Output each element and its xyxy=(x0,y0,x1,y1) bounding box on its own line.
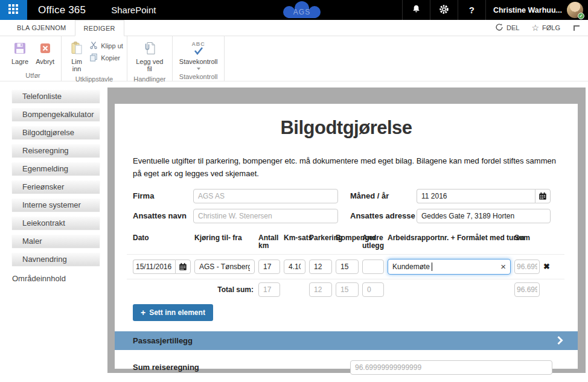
bompenger-input[interactable] xyxy=(336,259,359,274)
sidebar-item-egenmelding[interactable]: Egenmelding xyxy=(12,162,100,175)
km-sats-input[interactable] xyxy=(284,259,305,274)
follow-button[interactable]: ☆ FØLG xyxy=(531,24,560,31)
share-sync-icon xyxy=(495,23,503,33)
sidebar-item-ferieonsker[interactable]: Ferieønsker xyxy=(12,180,100,193)
share-button[interactable]: DEL xyxy=(495,23,519,33)
form-panel: Bilgodtgjørelse Eventuelle utgifter til … xyxy=(115,104,578,369)
ags-cloud-logo: AGS xyxy=(275,1,330,20)
star-icon: ☆ xyxy=(531,25,539,31)
ribbon-group-utklippstavle: Lim inn Klipp ut xyxy=(62,36,127,81)
sum-reiseregning-input[interactable] xyxy=(350,360,552,375)
total-antall-km[interactable] xyxy=(258,282,280,297)
spellcheck-abc-icon: ABC xyxy=(191,40,205,56)
total-bompenger[interactable] xyxy=(336,282,359,297)
user-menu[interactable]: Christine Warhuu... ✓ xyxy=(485,0,588,20)
firma-input[interactable] xyxy=(193,189,338,203)
settings-button[interactable] xyxy=(430,0,458,20)
maned-ar-group xyxy=(417,189,551,203)
clear-input-icon[interactable]: × xyxy=(500,263,506,270)
cut-button[interactable]: Klipp ut xyxy=(89,41,123,51)
top-suite-bar: Office 365 SharePoint AGS xyxy=(0,0,588,20)
insert-element-button[interactable]: + Sett inn element xyxy=(133,304,213,321)
antall-km-input[interactable] xyxy=(258,259,280,274)
maned-ar-label: Måned / år xyxy=(350,191,417,200)
tab-rediger[interactable]: REDIGER xyxy=(75,20,124,36)
tab-bla-gjennom[interactable]: BLA GJENNOM xyxy=(8,20,75,36)
col-arbeidsrapport: Arbeidsrapportnr. + Formålet med turen xyxy=(388,234,511,242)
delete-row-icon[interactable]: ✖ xyxy=(543,262,552,271)
total-parkering[interactable] xyxy=(309,282,332,297)
sidebar-link-omradeinnhold[interactable]: Områdeinnhold xyxy=(12,274,107,283)
spellcheck-button[interactable]: ABC Stavekontroll xyxy=(176,39,221,72)
total-sum-label: Total sum: xyxy=(133,285,255,294)
suite-actions: DEL ☆ FØLG xyxy=(495,20,588,36)
ansattes-navn-input[interactable] xyxy=(193,209,338,223)
group-label-utfor: Utfør xyxy=(8,71,57,81)
attach-file-icon xyxy=(143,40,156,56)
sidebar-item-telefonliste[interactable]: Telefonliste xyxy=(12,90,100,103)
notifications-button[interactable] xyxy=(402,0,430,20)
col-antall-km: Antall km xyxy=(258,234,280,250)
col-kjoring: Kjøring til- fra xyxy=(194,234,255,242)
dato-calendar-button[interactable] xyxy=(175,259,191,274)
page-body: Telefonliste Bompengekalkulator Bilgodtg… xyxy=(0,81,588,382)
ribbon: Lagre Avbryt Utfør xyxy=(0,36,588,81)
cancel-x-icon xyxy=(39,40,51,56)
sidebar-item-reiseregning[interactable]: Reiseregning xyxy=(12,144,100,157)
total-sum[interactable] xyxy=(514,282,540,297)
bell-icon xyxy=(412,4,421,16)
sidebar-item-bilgodtgjorelse[interactable]: Bilgodtgjørelse xyxy=(12,126,100,139)
dropdown-caret-icon xyxy=(197,68,200,70)
arbeidsrapport-input[interactable]: Kundemøte × xyxy=(388,259,511,275)
ansattes-adresse-label: Ansattes adresse xyxy=(350,211,417,220)
sidebar-item-leiekontrakt[interactable]: Leiekontrakt xyxy=(12,217,100,229)
ribbon-tab-bar: BLA GJENNOM REDIGER DEL ☆ FØLG xyxy=(0,20,588,36)
passasjertillegg-section-header[interactable]: Passasjertillegg xyxy=(115,331,578,350)
ansattes-navn-label: Ansattes navn xyxy=(133,211,193,220)
ansattes-adresse-input[interactable] xyxy=(417,209,551,223)
ags-logo-text: AGS xyxy=(293,8,310,16)
chevron-right-icon xyxy=(557,336,563,345)
avatar[interactable]: ✓ xyxy=(567,2,583,18)
sidebar-item-navnendring[interactable]: Navnendring xyxy=(12,253,100,266)
sidebar-item-maler[interactable]: Maler xyxy=(12,235,100,247)
plus-icon: + xyxy=(141,310,145,316)
andre-utlegg-input[interactable] xyxy=(362,259,384,274)
calendar-icon xyxy=(179,263,187,271)
webpart-frame: Bilgodtgjørelse Eventuelle utgifter til … xyxy=(107,88,586,373)
kjoring-input[interactable] xyxy=(194,259,255,274)
office-365-brand[interactable]: Office 365 xyxy=(38,4,86,16)
group-label-handlinger: Handlinger xyxy=(131,74,168,84)
maned-ar-calendar-button[interactable] xyxy=(535,189,551,203)
col-km-sats: Km-sats xyxy=(284,234,305,242)
sharepoint-link[interactable]: SharePoint xyxy=(111,5,156,15)
col-bompenger: Bompenger xyxy=(336,234,359,242)
waffle-icon xyxy=(8,4,19,16)
row-sum-input[interactable] xyxy=(514,259,540,274)
left-navigation: Telefonliste Bompengekalkulator Bilgodtg… xyxy=(0,81,107,382)
copy-button[interactable]: Kopier xyxy=(89,53,123,63)
sidebar-item-interne-systemer[interactable]: Interne systemer xyxy=(12,199,100,211)
group-label-stavekontroll: Stavekontroll xyxy=(176,72,221,82)
parkering-input[interactable] xyxy=(309,259,332,274)
ribbon-group-stavekontroll: ABC Stavekontroll Stavekontroll xyxy=(173,36,225,81)
focus-content-icon[interactable] xyxy=(574,25,580,31)
firma-label: Firma xyxy=(133,191,193,200)
save-ribbon-button[interactable]: Lagre xyxy=(8,39,31,67)
attach-file-button[interactable]: Legg ved fil xyxy=(131,39,168,74)
maned-ar-input[interactable] xyxy=(417,189,535,203)
scissors-icon xyxy=(89,41,98,51)
share-label: DEL xyxy=(507,24,519,31)
cancel-ribbon-button[interactable]: Avbryt xyxy=(33,39,57,67)
ribbon-group-handlinger: Legg ved fil Handlinger xyxy=(127,36,173,81)
app-launcher-button[interactable] xyxy=(0,0,27,20)
calendar-icon xyxy=(538,192,547,200)
help-button[interactable]: ? xyxy=(458,0,485,20)
passasjertillegg-label: Passasjertillegg xyxy=(115,336,193,345)
sidebar-item-bompengekalkulator[interactable]: Bompengekalkulator xyxy=(12,108,100,121)
table-row: Kundemøte × ✖ xyxy=(133,255,560,279)
dato-input[interactable] xyxy=(133,259,175,274)
follow-label: FØLG xyxy=(542,24,560,31)
total-andre-utlegg[interactable] xyxy=(362,282,384,297)
paste-button[interactable]: Lim inn xyxy=(65,39,88,74)
